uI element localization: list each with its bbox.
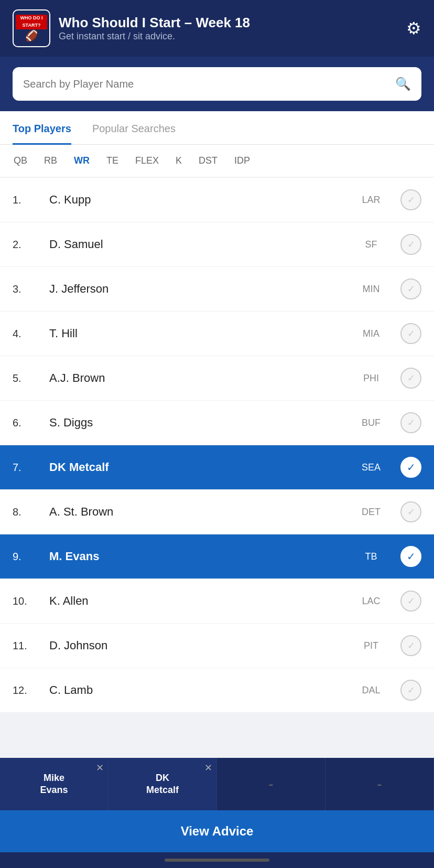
search-icon: 🔍 bbox=[395, 77, 411, 91]
select-button[interactable]: ✓ bbox=[400, 189, 421, 210]
table-row[interactable]: 8. A. St. Brown DET ✓ bbox=[0, 490, 434, 534]
player-team: MIN bbox=[350, 284, 392, 295]
remove-player-1-button[interactable]: ✕ bbox=[96, 762, 104, 774]
select-button[interactable]: ✓ bbox=[400, 591, 421, 612]
select-button[interactable]: ✓ bbox=[400, 680, 421, 701]
pos-flex[interactable]: FLEX bbox=[134, 153, 160, 168]
checkmark-icon: ✓ bbox=[407, 283, 415, 295]
player-name: J. Jefferson bbox=[49, 282, 350, 296]
select-button[interactable]: ✓ bbox=[400, 635, 421, 656]
compare-slot-4-dash: - bbox=[377, 776, 382, 792]
table-row[interactable]: 12. C. Lamb DAL ✓ bbox=[0, 668, 434, 713]
select-button[interactable]: ✓ bbox=[400, 278, 421, 299]
logo-bottom-text: START? bbox=[16, 22, 47, 29]
select-button[interactable]: ✓ bbox=[400, 323, 421, 344]
search-input[interactable] bbox=[23, 78, 389, 90]
comparison-bar: ✕ Mike Evans ✕ DK Metcalf - - bbox=[0, 758, 434, 810]
bottom-section: ✕ Mike Evans ✕ DK Metcalf - - View Advic… bbox=[0, 758, 434, 868]
checkmark-icon: ✓ bbox=[407, 640, 415, 651]
player-team: BUF bbox=[350, 417, 392, 428]
pos-wr[interactable]: WR bbox=[73, 153, 91, 168]
compare-player-1-name: Mike Evans bbox=[40, 772, 68, 797]
app-title: Who Should I Start – Week 18 bbox=[59, 15, 250, 31]
checkmark-icon: ✓ bbox=[407, 684, 415, 696]
player-name: D. Johnson bbox=[49, 639, 350, 652]
checkmark-icon: ✓ bbox=[407, 550, 416, 563]
pos-te[interactable]: TE bbox=[105, 153, 120, 168]
player-name: C. Kupp bbox=[49, 193, 350, 207]
checkmark-icon: ✓ bbox=[407, 417, 415, 428]
player-name: A. St. Brown bbox=[49, 505, 350, 519]
home-indicator bbox=[0, 852, 434, 868]
table-row[interactable]: 5. A.J. Brown PHI ✓ bbox=[0, 356, 434, 401]
player-team: MIA bbox=[350, 328, 392, 339]
player-team: SEA bbox=[350, 462, 392, 473]
view-advice-button[interactable]: View Advice bbox=[0, 810, 434, 852]
remove-player-2-button[interactable]: ✕ bbox=[204, 762, 212, 774]
table-row[interactable]: 9. M. Evans TB ✓ bbox=[0, 534, 434, 579]
table-row[interactable]: 7. DK Metcalf SEA ✓ bbox=[0, 445, 434, 490]
compare-slot-3[interactable]: - bbox=[217, 758, 326, 810]
player-name: K. Allen bbox=[49, 594, 350, 608]
table-row[interactable]: 4. T. Hill MIA ✓ bbox=[0, 312, 434, 356]
tab-top-players[interactable]: Top Players bbox=[13, 111, 71, 145]
compare-slot-2[interactable]: ✕ DK Metcalf bbox=[108, 758, 217, 810]
pos-rb[interactable]: RB bbox=[43, 153, 58, 168]
table-row[interactable]: 2. D. Samuel SF ✓ bbox=[0, 222, 434, 267]
select-button[interactable]: ✓ bbox=[400, 234, 421, 255]
tab-popular-searches[interactable]: Popular Searches bbox=[92, 111, 176, 145]
player-team: LAC bbox=[350, 596, 392, 607]
position-filters: QB RB WR TE FLEX K DST IDP bbox=[0, 145, 434, 177]
select-button[interactable]: ✓ bbox=[400, 546, 421, 567]
pos-dst[interactable]: DST bbox=[198, 153, 219, 168]
player-name: S. Diggs bbox=[49, 416, 350, 430]
table-row[interactable]: 1. C. Kupp LAR ✓ bbox=[0, 178, 434, 222]
select-button[interactable]: ✓ bbox=[400, 412, 421, 433]
player-name: DK Metcalf bbox=[49, 460, 350, 474]
home-bar bbox=[165, 859, 269, 862]
select-button[interactable]: ✓ bbox=[400, 368, 421, 389]
header-text: Who Should I Start – Week 18 Get instant… bbox=[59, 15, 250, 42]
player-team: DET bbox=[350, 507, 392, 518]
pos-k[interactable]: K bbox=[175, 153, 183, 168]
player-rank: 12. bbox=[13, 684, 49, 696]
player-rank: 4. bbox=[13, 328, 49, 340]
checkmark-icon: ✓ bbox=[407, 595, 415, 607]
player-name: D. Samuel bbox=[49, 238, 350, 251]
player-name: M. Evans bbox=[49, 550, 350, 563]
pos-idp[interactable]: IDP bbox=[233, 153, 251, 168]
player-rank: 5. bbox=[13, 372, 49, 384]
search-container: 🔍 bbox=[0, 57, 434, 111]
table-row[interactable]: 6. S. Diggs BUF ✓ bbox=[0, 401, 434, 445]
player-rank: 3. bbox=[13, 283, 49, 295]
player-rank: 9. bbox=[13, 551, 49, 563]
pos-qb[interactable]: QB bbox=[13, 153, 28, 168]
player-rank: 8. bbox=[13, 506, 49, 518]
compare-slot-4[interactable]: - bbox=[326, 758, 434, 810]
select-button[interactable]: ✓ bbox=[400, 501, 421, 522]
header-left: WHO DO I START? 🏈 Who Should I Start – W… bbox=[13, 9, 250, 47]
table-row[interactable]: 3. J. Jefferson MIN ✓ bbox=[0, 267, 434, 312]
player-team: PHI bbox=[350, 373, 392, 384]
settings-icon[interactable]: ⚙ bbox=[406, 18, 421, 38]
player-rank: 7. bbox=[13, 462, 49, 474]
compare-player-2-name: DK Metcalf bbox=[146, 772, 179, 797]
search-box: 🔍 bbox=[13, 67, 421, 101]
player-rank: 10. bbox=[13, 595, 49, 607]
compare-slot-1[interactable]: ✕ Mike Evans bbox=[0, 758, 108, 810]
player-rank: 6. bbox=[13, 417, 49, 429]
app-logo: WHO DO I START? 🏈 bbox=[13, 9, 50, 47]
table-row[interactable]: 10. K. Allen LAC ✓ bbox=[0, 579, 434, 624]
player-list: 1. C. Kupp LAR ✓ 2. D. Samuel SF ✓ 3. J.… bbox=[0, 178, 434, 713]
player-team: LAR bbox=[350, 195, 392, 206]
player-rank: 2. bbox=[13, 239, 49, 251]
checkmark-icon: ✓ bbox=[407, 328, 415, 339]
table-row[interactable]: 11. D. Johnson PIT ✓ bbox=[0, 624, 434, 668]
logo-top-text: WHO DO I bbox=[16, 15, 47, 22]
player-name: A.J. Brown bbox=[49, 371, 350, 385]
select-button[interactable]: ✓ bbox=[400, 457, 421, 478]
checkmark-icon: ✓ bbox=[407, 194, 415, 206]
player-rank: 1. bbox=[13, 194, 49, 206]
checkmark-icon: ✓ bbox=[407, 461, 416, 474]
player-team: PIT bbox=[350, 640, 392, 651]
